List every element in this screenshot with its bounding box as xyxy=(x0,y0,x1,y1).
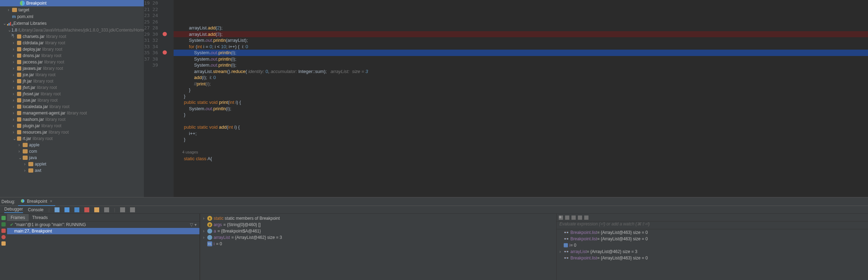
frames-tab[interactable]: Frames xyxy=(7,214,29,221)
tree-item-jar[interactable]: ›management-agent.jarlibrary root xyxy=(0,110,144,116)
watch-row[interactable]: 👓Breakpoint.list = {ArrayList@463} size … xyxy=(557,229,868,236)
archive-icon xyxy=(17,79,21,83)
step-over-icon[interactable] xyxy=(64,207,69,212)
var-i[interactable]: 01 i = 0 xyxy=(202,241,555,247)
tree-item-jar[interactable]: ›charsets.jarlibrary root xyxy=(0,33,144,40)
watch-name: Breakpoint.list xyxy=(570,236,597,241)
tree-item-jar[interactable]: ›jsse.jarlibrary root xyxy=(0,97,144,103)
step-into-icon[interactable] xyxy=(74,207,79,212)
var-arraylist[interactable]: › arrayList = {ArrayList@462} size = 3 xyxy=(202,234,555,241)
tree-item-package[interactable]: ›com xyxy=(0,148,144,155)
tree-item-jar[interactable]: ›plugin.jarlibrary root xyxy=(0,123,144,129)
thread-label: "main"@1 in group "main": RUNNING xyxy=(15,222,86,227)
tree-label: localedata.jar xyxy=(23,104,48,109)
tree-item-jar[interactable]: ›deploy.jarlibrary root xyxy=(0,46,144,52)
chevron-right-icon: › xyxy=(24,162,28,167)
tree-item-jar[interactable]: ›jfxrt.jarlibrary root xyxy=(0,84,144,91)
tree-item-jar[interactable]: ›dnsns.jarlibrary root xyxy=(0,52,144,59)
view-breakpoints-icon[interactable] xyxy=(1,235,6,239)
tree-item-jar[interactable]: ›localedata.jarlibrary root xyxy=(0,103,144,110)
breakpoint-gutter[interactable] xyxy=(162,0,169,197)
chevron-right-icon: › xyxy=(13,72,17,77)
watch-row[interactable]: 👓Breakpoint.list = {ArrayList@463} size … xyxy=(557,236,868,242)
field-badge-icon xyxy=(207,229,212,234)
tree-item-package[interactable]: ›apple xyxy=(0,142,144,148)
remove-watch-icon[interactable] xyxy=(565,215,569,220)
archive-icon xyxy=(17,130,21,134)
var-args[interactable]: p args = {String[0]@460} [] xyxy=(202,222,555,228)
tree-item-package[interactable]: ⌄java xyxy=(0,155,144,161)
tree-label: target xyxy=(18,7,29,12)
archive-icon xyxy=(17,54,21,58)
pause-icon[interactable] xyxy=(1,222,6,226)
watch-row[interactable]: 👓Breakpoint.list = {ArrayList@463} size … xyxy=(557,255,868,261)
move-down-icon[interactable] xyxy=(578,215,582,220)
tree-item-jar[interactable]: ›jce.jarlibrary root xyxy=(0,72,144,78)
evaluate-icon[interactable] xyxy=(120,207,125,212)
tree-item-target[interactable]: › target xyxy=(0,6,144,13)
thread-dump-icon[interactable] xyxy=(55,207,60,212)
trace-icon[interactable] xyxy=(130,207,135,212)
watch-name: arrayList xyxy=(570,249,587,254)
tree-item-jar[interactable]: ›jfxswt.jarlibrary root xyxy=(0,91,144,97)
tree-note: library root xyxy=(41,91,61,96)
dropdown-icon[interactable]: ▾ xyxy=(195,222,197,227)
chevron-right-icon: › xyxy=(13,104,17,109)
tree-item-jar[interactable]: ›resources.jarlibrary root xyxy=(0,129,144,135)
fold-gutter[interactable] xyxy=(169,0,174,197)
tree-item-package[interactable]: ›awt xyxy=(0,167,144,174)
var-a[interactable]: › a = {Breakpoint$A@461} xyxy=(202,228,555,234)
breakpoint-icon[interactable] xyxy=(163,32,167,36)
code-area[interactable]: arrayList.add(2); arrayList.add(3); Syst… xyxy=(174,0,868,197)
stack-frame-row[interactable]: main:27, Breakpoint xyxy=(7,228,199,234)
close-icon[interactable]: × xyxy=(50,199,52,204)
chevron-right-icon: › xyxy=(13,111,17,116)
evaluate-expression-input[interactable]: Evaluate expression (⏎) or add a watch (… xyxy=(557,222,868,229)
console-subtab[interactable]: Console xyxy=(28,207,44,212)
var-static[interactable]: › s static static members of Breakpoint xyxy=(202,215,555,222)
run-to-cursor-icon[interactable] xyxy=(104,207,109,212)
tree-item-jar[interactable]: ⌄rt.jarlibrary root xyxy=(0,135,144,142)
watch-row[interactable]: 01i = 0 xyxy=(557,242,868,248)
debugger-subtab[interactable]: Debugger xyxy=(4,207,23,213)
copy-icon[interactable] xyxy=(584,215,588,220)
tree-item-jdk[interactable]: ⌄ < 1.8 > /Library/Java/JavaVirtualMachi… xyxy=(0,27,144,33)
tree-note: library root xyxy=(45,40,65,45)
add-watch-icon[interactable]: + xyxy=(559,215,563,220)
code-editor[interactable]: 19 20 21 22 23 24 25 26 27 28 29 30 31 3… xyxy=(144,0,868,197)
move-up-icon[interactable] xyxy=(571,215,576,220)
archive-icon xyxy=(17,34,21,39)
filter-icon[interactable]: ▽ xyxy=(190,222,193,227)
tree-item-jar[interactable]: ›jaccess.jarlibrary root xyxy=(0,59,144,65)
chevron-down-icon: ⌄ xyxy=(3,21,7,26)
tree-label: jaccess.jar xyxy=(23,60,43,65)
check-icon: ✔ xyxy=(10,222,13,227)
debug-tab-breakpoint[interactable]: Breakpoint × xyxy=(18,197,55,206)
tree-item-external-libraries[interactable]: ⌄ External Libraries xyxy=(0,20,144,27)
stop-icon[interactable] xyxy=(1,229,6,233)
force-step-into-icon[interactable] xyxy=(84,207,89,212)
thread-row[interactable]: ✔"main"@1 in group "main": RUNNING ▽▾ xyxy=(7,222,199,228)
resume-icon[interactable] xyxy=(1,216,6,220)
tree-item-jar[interactable]: ›javaws.jarlibrary root xyxy=(0,65,144,72)
tree-item-pom[interactable]: m pom.xml xyxy=(0,13,144,20)
tree-note: library root xyxy=(45,117,66,122)
watch-row[interactable]: ›👓arrayList = {ArrayList@462} size = 3 xyxy=(557,248,868,255)
breakpoint-icon[interactable] xyxy=(163,50,167,55)
tree-item-package[interactable]: ›applet xyxy=(0,161,144,167)
threads-tab[interactable]: Threads xyxy=(29,214,51,221)
tree-label: dnsns.jar xyxy=(23,53,40,58)
tree-item-jar[interactable]: ›jfr.jarlibrary root xyxy=(0,78,144,84)
tree-item-breakpoint-class[interactable]: Breakpoint xyxy=(0,0,144,6)
tree-note: library root xyxy=(67,111,87,116)
mute-breakpoints-icon[interactable] xyxy=(1,241,6,246)
archive-icon xyxy=(17,136,21,141)
var-name: args xyxy=(214,222,222,227)
chevron-right-icon: › xyxy=(8,7,12,12)
step-out-icon[interactable] xyxy=(94,207,99,212)
tree-item-jar[interactable]: ›cldrdata.jarlibrary root xyxy=(0,40,144,46)
tree-note: library root xyxy=(42,47,62,52)
watch-name: Breakpoint.list xyxy=(570,256,597,261)
field-badge-icon xyxy=(207,235,212,240)
tree-item-jar[interactable]: ›nashorn.jarlibrary root xyxy=(0,116,144,123)
